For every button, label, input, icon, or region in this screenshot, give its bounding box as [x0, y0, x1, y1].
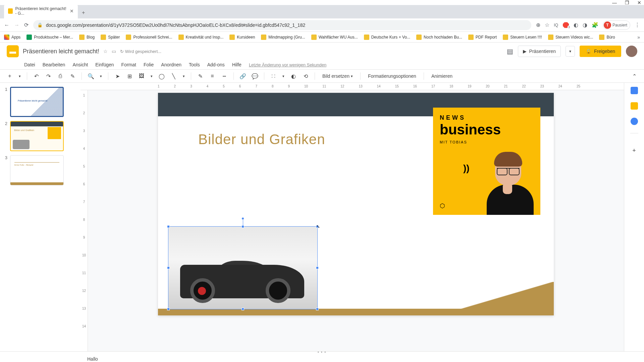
slide-stage[interactable]: Bilder und Grafiken NEWS business MIT TO…: [88, 90, 624, 351]
menu-einfuegen[interactable]: Einfügen: [95, 62, 114, 67]
account-avatar[interactable]: [626, 46, 637, 57]
present-button[interactable]: ▶ Präsentieren: [518, 46, 561, 57]
bookmarks-overflow[interactable]: »: [637, 35, 640, 40]
comments-icon[interactable]: ▤: [507, 47, 513, 55]
bookmark-item[interactable]: Deutsche Kurs + Vo...: [364, 35, 410, 40]
shape-tool[interactable]: ◯: [157, 72, 166, 80]
resize-handle-mr[interactable]: [316, 266, 319, 269]
print-button[interactable]: ⎙: [56, 72, 65, 80]
animate-button[interactable]: Animieren: [429, 73, 455, 79]
zoom-button[interactable]: 🔍: [87, 72, 95, 80]
present-dropdown[interactable]: ▾: [566, 46, 575, 57]
url-field[interactable]: 🔒 docs.google.com/presentation/d/1yV372S…: [33, 20, 531, 30]
bookmark-item[interactable]: PDF Report: [468, 35, 497, 40]
bookmark-item[interactable]: Mindmapping (Gru...: [261, 35, 305, 40]
border-color-button[interactable]: ✎: [196, 72, 205, 80]
new-slide-dropdown[interactable]: ▾: [17, 72, 22, 80]
window-minimize[interactable]: —: [612, 0, 617, 5]
mask-button[interactable]: ◐: [289, 72, 298, 80]
bookmark-item[interactable]: Steuern Videos wic...: [548, 35, 593, 40]
extension-icon[interactable]: ◐: [574, 22, 578, 28]
paint-format-button[interactable]: ✎: [68, 72, 77, 80]
star-icon[interactable]: ☆: [103, 49, 108, 54]
slides-logo-icon[interactable]: ▬: [7, 45, 19, 57]
horizontal-ruler[interactable]: 1234567891011121314151617181920212223242…: [80, 83, 624, 90]
notes-drag-handle[interactable]: • • •: [318, 350, 326, 354]
crop-button[interactable]: ⸬: [269, 72, 278, 80]
bookmark-item[interactable]: Steuern Lesen !!!!: [503, 35, 542, 40]
browser-menu-icon[interactable]: ⋮: [635, 22, 640, 28]
line-tool[interactable]: ╲: [169, 72, 178, 80]
window-close[interactable]: ✕: [637, 0, 641, 5]
new-tab-button[interactable]: +: [78, 7, 89, 18]
image-tool[interactable]: 🖼: [137, 72, 146, 80]
new-slide-button[interactable]: +: [5, 72, 14, 80]
reset-image-button[interactable]: ⟲: [301, 72, 310, 80]
last-edit-status[interactable]: Letzte Änderung vor wenigen Sekunden: [249, 62, 326, 67]
bookmark-item[interactable]: Büro: [599, 35, 615, 40]
extension-icon-2[interactable]: ◑: [583, 22, 587, 28]
reader-icon[interactable]: IQ: [554, 23, 558, 27]
vertical-ruler[interactable]: 1234567891011121314: [80, 90, 88, 351]
link-button[interactable]: 🔗: [238, 72, 247, 80]
browser-tab-active[interactable]: Präsentieren leicht gemacht! - G... ✕: [4, 4, 78, 18]
bookmark-item[interactable]: Blog: [79, 35, 95, 40]
menu-hilfe[interactable]: Hilfe: [232, 62, 241, 67]
bookmark-item[interactable]: Professionell Schrei...: [126, 35, 172, 40]
move-icon[interactable]: ▭: [112, 49, 116, 54]
slide-title-text[interactable]: Bilder und Grafiken: [198, 131, 325, 147]
menu-anordnen[interactable]: Anordnen: [161, 62, 181, 67]
bookmark-star-icon[interactable]: ☆: [545, 22, 549, 28]
replace-image-button[interactable]: Bild ersetzen ▾: [320, 73, 356, 79]
nav-back[interactable]: ←: [4, 22, 9, 28]
add-addon-icon[interactable]: +: [632, 147, 636, 154]
doc-title[interactable]: Präsentieren leicht gemacht!: [23, 48, 99, 55]
slide-thumbnail-1[interactable]: Präsentieren leicht gemacht!: [10, 87, 64, 117]
calendar-icon[interactable]: [631, 87, 638, 94]
bookmark-item[interactable]: Produktsuche – Mer...: [26, 35, 73, 40]
resize-handle-br[interactable]: [316, 308, 319, 310]
zoom-icon[interactable]: ⊕: [536, 22, 540, 28]
border-dash-button[interactable]: ┅: [220, 72, 229, 80]
bookmark-item[interactable]: Kursideen: [229, 35, 255, 40]
menu-addons[interactable]: Add-ons: [207, 62, 225, 67]
menu-datei[interactable]: Datei: [24, 62, 35, 67]
bookmark-item[interactable]: Noch hochladen Bu...: [416, 35, 462, 40]
slide-thumbnail-3[interactable]: Erste Folie – Beispiel: [10, 155, 64, 185]
crop-dropdown[interactable]: ▾: [281, 72, 286, 80]
bookmark-item[interactable]: Wahlfächer WU Aus...: [311, 35, 358, 40]
puzzle-icon[interactable]: 🧩: [592, 22, 598, 28]
comment-button[interactable]: 💬: [251, 72, 259, 80]
blocker-icon[interactable]: 🛑3: [562, 22, 569, 28]
bookmark-item[interactable]: Kreativität und Insp...: [178, 35, 224, 40]
select-tool[interactable]: ➤: [113, 72, 122, 80]
speaker-notes[interactable]: • • • Hallo: [0, 351, 644, 362]
resize-handle-tm[interactable]: [241, 225, 244, 228]
menu-tools[interactable]: Tools: [189, 62, 200, 67]
resize-handle-tl[interactable]: [167, 225, 170, 228]
current-slide[interactable]: Bilder und Grafiken NEWS business MIT TO…: [158, 93, 554, 315]
border-weight-button[interactable]: ≡: [208, 72, 217, 80]
bookmark-item[interactable]: Später: [101, 35, 120, 40]
undo-button[interactable]: ↶: [32, 72, 41, 80]
nav-reload[interactable]: ⟳: [24, 22, 29, 28]
resize-handle-ml[interactable]: [167, 266, 170, 269]
window-maximize[interactable]: ❐: [625, 0, 629, 5]
zoom-dropdown[interactable]: ▾: [99, 72, 103, 80]
profile-badge[interactable]: T Pausiert: [603, 20, 630, 30]
menu-folie[interactable]: Folie: [144, 62, 154, 67]
format-options-button[interactable]: Formatierungsoptionen: [365, 73, 419, 79]
share-button[interactable]: 🔒 Freigeben: [580, 46, 621, 57]
slide-thumbnail-2-active[interactable]: Bilder und Grafiken: [10, 121, 64, 151]
resize-handle-bl[interactable]: [167, 308, 170, 310]
menu-format[interactable]: Format: [121, 62, 136, 67]
menu-bearbeiten[interactable]: Bearbeiten: [43, 62, 65, 67]
tasks-icon[interactable]: [631, 118, 638, 125]
news-business-image[interactable]: NEWS business MIT TOBIAS )) ⬡: [433, 108, 540, 215]
collapse-toolbar[interactable]: ⌃: [630, 72, 639, 80]
notes-text[interactable]: Hallo: [87, 356, 98, 362]
image-dropdown[interactable]: ▾: [149, 72, 154, 80]
textbox-tool[interactable]: ⊞: [125, 72, 134, 80]
line-dropdown[interactable]: ▾: [181, 72, 186, 80]
resize-handle-bm[interactable]: [241, 308, 244, 310]
